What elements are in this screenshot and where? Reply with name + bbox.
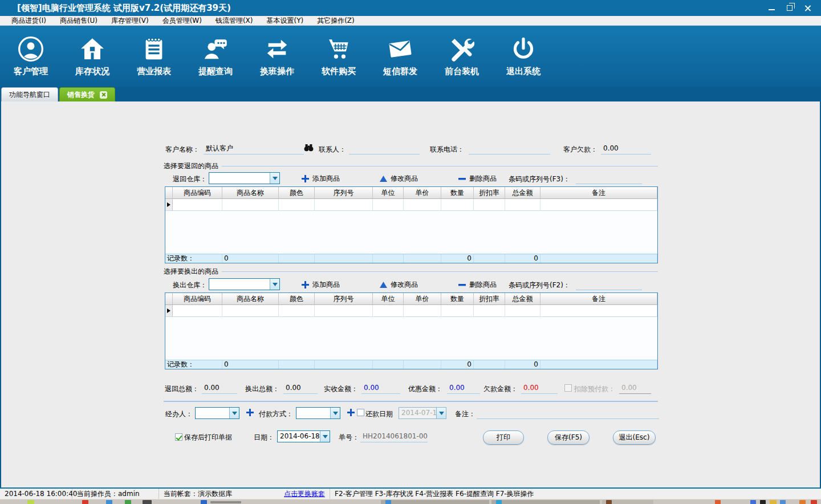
remark-label: 备注： xyxy=(455,409,475,418)
app-window: [领智]电脑行业管理系统 试用版v7.2(试用期还有39天) 商品进货(I) 商… xyxy=(0,0,821,504)
print-after-save-label: 保存后打印单据 xyxy=(184,433,232,442)
return-barcode-label: 条码或序列号(F3)： xyxy=(509,174,570,184)
exchange-warehouse-label: 换出仓库： xyxy=(173,281,207,290)
records-count: 0 xyxy=(222,254,279,263)
operator-label: 经办人： xyxy=(165,409,193,418)
toolbar-button-reminders[interactable]: 提醒查询 xyxy=(185,29,246,84)
toolbar-button-customers[interactable]: 客户管理 xyxy=(0,29,62,84)
exchange-products-table: 商品编码 商品名称 颜色 序列号 单位 单价 数量 折扣率 总金额 备注 记录数… xyxy=(165,292,658,369)
tab-bar: 功能导航窗口 销售换货 xyxy=(0,87,821,101)
menu-item-inventory[interactable]: 库存管理(V) xyxy=(104,16,156,26)
tab-sales-exchange[interactable]: 销售换货 xyxy=(59,87,115,101)
return-barcode-input[interactable] xyxy=(576,172,642,184)
customer-name-field[interactable]: 默认客户 xyxy=(204,143,304,155)
qty-total: 0 xyxy=(441,360,474,369)
received-amount-label: 实收金额： xyxy=(324,384,358,393)
repay-date-checkbox[interactable] xyxy=(357,409,364,416)
exchange-section-header: 选择要换出的商品 xyxy=(164,267,658,275)
deduct-prepay-checkbox[interactable] xyxy=(564,384,572,392)
exchange-barcode-input[interactable] xyxy=(576,278,642,290)
return-modify-product-button[interactable]: 修改商品 xyxy=(380,174,418,184)
tools-icon xyxy=(449,36,475,62)
menu-item-settings[interactable]: 基本设置(Y) xyxy=(259,16,310,26)
toolbar-button-reports[interactable]: 营业报表 xyxy=(123,29,185,84)
exchange-add-product-button[interactable]: 添加商品 xyxy=(302,280,340,290)
menu-item-other[interactable]: 其它操作(Z) xyxy=(310,16,361,26)
taskbar-icon xyxy=(143,500,152,504)
received-amount-input[interactable]: 0.00 xyxy=(361,382,400,394)
tab-function-nav[interactable]: 功能导航窗口 xyxy=(1,87,58,101)
return-delete-product-button[interactable]: 删除商品 xyxy=(458,174,497,184)
minus-icon xyxy=(458,175,466,182)
date-select[interactable]: 2014-06-18 xyxy=(277,430,330,442)
taskbar-icon xyxy=(606,500,612,504)
toolbar-button-purchase-software[interactable]: 软件购买 xyxy=(308,29,369,84)
menu-item-purchase[interactable]: 商品进货(I) xyxy=(5,16,53,26)
status-account: 当前帐套：演示数据库 xyxy=(164,489,232,499)
print-after-save-checkbox[interactable] xyxy=(175,433,182,441)
menu-bar: 商品进货(I) 商品销售(U) 库存管理(V) 会员管理(W) 钱流管理(X) … xyxy=(0,16,821,26)
discount-amount-input[interactable]: 0.00 xyxy=(447,382,480,394)
table-footer-row: 记录数： 0 0 0 xyxy=(165,254,657,263)
exchange-barcode-label: 条码或序列号(F2)： xyxy=(509,281,570,290)
menu-item-members[interactable]: 会员管理(W) xyxy=(156,16,209,26)
cart-icon xyxy=(326,36,352,62)
window-title: [领智]电脑行业管理系统 试用版v7.2(试用期还有39天) xyxy=(17,3,231,14)
plus-icon xyxy=(302,281,309,288)
exchange-warehouse-select[interactable] xyxy=(209,278,280,290)
chevron-down-icon xyxy=(320,431,330,442)
toolbar-button-assembly[interactable]: 前台装机 xyxy=(431,29,493,84)
plus-icon xyxy=(302,175,309,182)
add-operator-icon[interactable] xyxy=(246,409,254,416)
return-total-value: 0.00 xyxy=(202,382,237,394)
sms-icon xyxy=(385,34,415,64)
payment-method-label: 付款方式： xyxy=(259,409,293,418)
main-content: 客户名称： 默认客户 联系人： 联系电话： 客户欠款： 0.00 选择要退回的商… xyxy=(0,101,821,487)
table-row[interactable] xyxy=(165,199,657,211)
row-arrow-icon xyxy=(167,202,170,207)
return-add-product-button[interactable]: 添加商品 xyxy=(302,174,340,184)
tray-icon xyxy=(750,500,756,504)
window-controls xyxy=(765,3,814,13)
minimize-button[interactable] xyxy=(765,3,778,13)
operator-select[interactable] xyxy=(195,407,239,419)
print-button[interactable]: 打印 xyxy=(483,430,524,445)
table-row[interactable] xyxy=(165,305,657,317)
return-warehouse-select[interactable] xyxy=(209,172,280,184)
payment-method-select[interactable] xyxy=(296,407,340,419)
maximize-button[interactable] xyxy=(783,3,796,13)
table-footer-row: 记录数： 0 0 0 xyxy=(165,360,657,369)
add-payment-method-icon[interactable] xyxy=(347,409,355,416)
taskbar-button[interactable] xyxy=(210,501,241,503)
close-button[interactable] xyxy=(802,3,814,13)
exit-button[interactable]: 退出(Esc) xyxy=(613,430,656,445)
tab-close-icon[interactable] xyxy=(100,91,107,99)
records-label: 记录数： xyxy=(165,254,222,263)
remark-input[interactable] xyxy=(477,407,659,419)
repay-date-label: 还款日期 xyxy=(365,409,393,418)
contact-field[interactable] xyxy=(349,143,420,155)
exchange-total-label: 换出总额： xyxy=(245,384,279,393)
toolbar-button-stock[interactable]: 库存状况 xyxy=(62,29,123,84)
menu-item-cashflow[interactable]: 钱流管理(X) xyxy=(209,16,260,26)
toolbar-button-exit[interactable]: 退出系统 xyxy=(493,29,554,84)
report-icon xyxy=(141,36,167,62)
taskbar-button[interactable] xyxy=(381,500,489,504)
discount-amount-label: 优惠金额： xyxy=(408,384,442,393)
exchange-modify-product-button[interactable]: 修改商品 xyxy=(380,280,418,290)
menu-item-sales[interactable]: 商品销售(U) xyxy=(53,16,104,26)
toolbar-button-shift[interactable]: 换班操作 xyxy=(246,29,308,84)
binoculars-search-icon[interactable] xyxy=(304,144,314,152)
phone-field[interactable] xyxy=(469,143,550,155)
chevron-down-icon xyxy=(229,408,239,418)
switch-account-link[interactable]: 点击更换账套 xyxy=(273,489,325,499)
taskbar-icon xyxy=(201,500,207,504)
save-button[interactable]: 保存(F5) xyxy=(547,430,590,445)
taskbar-icon xyxy=(82,500,88,504)
status-bar: 2014-06-18 16:00:40 当前操作员：admin 当前帐套：演示数… xyxy=(0,487,821,499)
amount-total: 0 xyxy=(505,254,540,263)
customer-name-label: 客户名称： xyxy=(165,145,200,154)
taskbar-button[interactable] xyxy=(491,500,600,504)
toolbar-button-sms[interactable]: 短信群发 xyxy=(369,29,431,84)
exchange-delete-product-button[interactable]: 删除商品 xyxy=(458,280,497,290)
